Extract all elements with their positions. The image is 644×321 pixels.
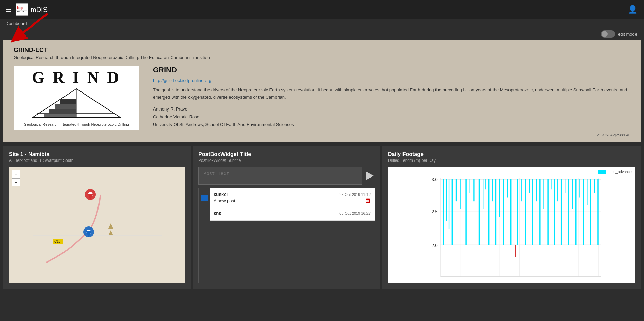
site-widget-title: Site 1 - Namibia: [9, 151, 185, 157]
chart-svg: 3.0 2.5 2.0: [391, 170, 632, 281]
post-item: kunkel 25-Oct-2019 11:12 A new post 🗑: [210, 188, 375, 207]
project-link[interactable]: http://grind-ect.icdp-online.org: [153, 78, 211, 83]
project-title: GRIND-ECT: [14, 47, 630, 54]
post-actions: 🗑: [365, 197, 371, 204]
toggle-thumb: [602, 31, 608, 37]
banner-content: G R I N D Geological Research Integrated…: [14, 66, 630, 130]
svg-text:2.5: 2.5: [432, 209, 438, 214]
post-date-2: 03-Oct-2019 16:27: [339, 211, 371, 215]
post-date: 25-Oct-2019 11:12: [339, 192, 371, 197]
project-banner: GRIND-ECT Geological Research through In…: [3, 40, 641, 142]
site-widget-subtitle: A_Tierkloof and B_Swartpunt South: [9, 158, 185, 163]
post-widget: PostBoxWidget Title PostBoxWidget Subtit…: [193, 146, 380, 289]
post-text-input[interactable]: [198, 167, 362, 185]
topnav: ☰ icdp mdis mDIS 👤: [0, 0, 644, 19]
chart-area: hole_advance 3.0 2.5 2.0: [388, 167, 635, 283]
banner-image: G R I N D Geological Research Integrated…: [14, 66, 139, 130]
svg-rect-14: [44, 114, 76, 117]
app-name: mDIS: [31, 6, 48, 14]
grind-caption: Geological Research Integrated through N…: [24, 122, 129, 126]
send-post-button[interactable]: [365, 170, 375, 181]
user-icon[interactable]: 👤: [628, 5, 637, 14]
chart-widget-title: Daily Footage: [388, 151, 635, 157]
send-icon: [366, 172, 374, 180]
project-subtitle: Geological Research through Integrated N…: [14, 55, 630, 60]
map-zoom-out[interactable]: −: [12, 178, 20, 186]
post-header-2: knb 03-Oct-2019 16:27: [214, 210, 371, 216]
post-input-row: [198, 167, 375, 185]
version-label: v1.3.2-64-g7588040: [14, 133, 630, 137]
project-people: Anthony R. Prave Catherine Victoria Rose…: [153, 105, 630, 129]
posts-list: kunkel 25-Oct-2019 11:12 A new post 🗑 kn…: [198, 188, 375, 283]
svg-text:C13: C13: [54, 240, 61, 243]
chart-legend: hole_advance: [598, 170, 632, 174]
site-widget: Site 1 - Namibia A_Tierkloof and B_Swart…: [3, 146, 191, 289]
chart-widget-subtitle: Drilled Length (m) per Day: [388, 158, 635, 163]
map-zoom-in[interactable]: +: [12, 170, 20, 178]
map-controls: + −: [12, 170, 20, 186]
svg-rect-11: [60, 99, 76, 104]
banner-text: GRIND http://grind-ect.icdp-online.org T…: [153, 66, 630, 129]
edit-mode-toggle[interactable]: [601, 30, 615, 38]
svg-text:2.0: 2.0: [432, 243, 438, 248]
edit-mode-bar: edit mode: [0, 28, 644, 40]
grind-section-title: GRIND: [153, 66, 630, 74]
project-description: The goal is to understand the drivers of…: [153, 87, 630, 101]
post-body: A new post: [214, 198, 371, 203]
svg-text:icdp: icdp: [17, 6, 23, 10]
legend-color: [598, 170, 606, 174]
svg-text:3.0: 3.0: [432, 177, 438, 182]
svg-rect-12: [55, 104, 76, 109]
grind-logo-title: G R I N D: [32, 69, 121, 86]
post-widget-title: PostBoxWidget Title: [198, 151, 375, 157]
edit-mode-label: edit mode: [618, 32, 637, 37]
post-author-2: knb: [214, 210, 221, 216]
post-widget-subtitle: PostBoxWidget Subtitle: [198, 158, 375, 163]
chart-widget: Daily Footage Drilled Length (m) per Day…: [382, 146, 641, 289]
post-item: knb 03-Oct-2019 16:27: [210, 207, 375, 221]
map-area[interactable]: + − C13: [9, 167, 185, 283]
hamburger-menu[interactable]: ☰: [5, 5, 12, 14]
svg-text:mdis: mdis: [17, 10, 24, 13]
app-logo: icdp mdis: [16, 3, 28, 16]
logo-area: icdp mdis mDIS: [16, 3, 48, 16]
delete-post-button[interactable]: 🗑: [365, 197, 371, 204]
svg-rect-13: [49, 109, 76, 114]
post-avatar: [201, 195, 208, 201]
post-author: kunkel: [214, 192, 228, 197]
breadcrumb: Dashboard: [0, 19, 644, 28]
widgets-row: Site 1 - Namibia A_Tierkloof and B_Swart…: [3, 146, 641, 289]
map-svg: C13: [9, 167, 185, 283]
post-header: kunkel 25-Oct-2019 11:12: [214, 192, 371, 197]
legend-label: hole_advance: [608, 170, 632, 174]
grind-graphic: [25, 87, 127, 121]
